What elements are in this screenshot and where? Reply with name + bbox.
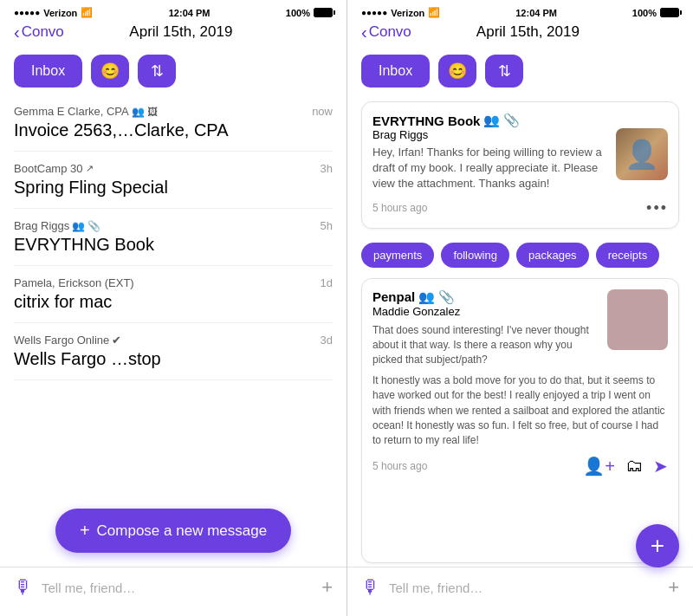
status-left: ●●●●● Verizon 📶 [14,7,93,18]
subject-label: Invoice 2563,…Clarke, CPA [14,120,333,140]
people-icon: 👥 [132,106,145,118]
evrythng-more-icon[interactable]: ••• [646,199,668,217]
evrythng-time: 5 hours ago [372,202,427,214]
people-icon: 👥 [72,220,85,232]
tell-me-placeholder[interactable]: Tell me, friend… [42,580,313,595]
penpal-thumbnail [607,289,668,350]
attach-icon: 📎 [87,220,100,232]
time-label: 3h [321,162,333,175]
compose-button[interactable]: + Compose a new message [55,509,291,553]
time-label: 1d [321,276,333,289]
time-label: now [312,105,333,118]
compose-plus-icon: + [80,521,90,541]
add-icon-right[interactable]: + [668,576,679,599]
evrythng-title: EVRYTHNG Book 👥 📎 [372,113,668,128]
fab-button[interactable]: + [636,524,679,567]
sender-label: Brag Riggs 👥📎 [14,219,100,232]
evrythng-sender: Brag Riggs [372,128,607,141]
add-icon[interactable]: + [321,576,333,599]
filter-tags: payments following packages receipts [347,236,693,275]
back-chevron-icon: ‹ [361,23,367,41]
evrythng-thumbnail: 👤 [616,128,668,180]
bottom-bar-left: 🎙 Tell me, friend… + [0,567,346,616]
penpal-time: 5 hours ago [372,460,427,472]
sort-button-left[interactable]: ⇅ [138,55,176,88]
compose-label: Compose a new message [97,522,268,540]
right-phone: ●●●●● Verizon 📶 12:04 PM 100% ‹ Convo Ap… [346,0,693,616]
list-item[interactable]: BootCamp 30 ↗ 3h Spring Fling Special [14,152,333,209]
bottom-bar-right: 🎙 Tell me, friend… + [347,567,693,616]
status-right: 100% [286,8,333,18]
filter-following[interactable]: following [441,243,509,268]
evrythng-body: Brag Riggs Hey, Irfan! Thanks for being … [372,128,668,192]
carrier-label: Verizon [43,8,77,18]
person-silhouette-icon: 👤 [625,138,659,171]
sender-label: BootCamp 30 ↗ [14,162,94,175]
time-label: 12:04 PM [169,8,210,18]
subject-label: EVRYTHNG Book [14,234,333,255]
subject-label: Spring Fling Special [14,177,333,198]
battery-label: 100% [286,8,310,18]
filter-packages[interactable]: packages [516,243,589,268]
penpal-title: Penpal 👥 📎 [372,289,599,305]
message-list: Gemma E Clarke, CPA 👥🖼 now Invoice 2563,… [0,94,346,495]
nav-title-left: April 15th, 2019 [29,23,333,41]
nav-bar-right: ‹ Convo April 15th, 2019 [347,22,693,48]
mic-icon-right[interactable]: 🎙 [361,576,380,599]
time-label: 5h [321,219,333,232]
wifi-icon: 📶 [81,7,93,18]
battery-icon [660,8,679,17]
people-icon: 👥 [483,113,500,128]
evrythng-body-text: Brag Riggs Hey, Irfan! Thanks for being … [372,128,607,192]
send-icon[interactable]: ➤ [653,456,668,477]
nav-bar-left: ‹ Convo April 15th, 2019 [0,22,346,48]
folder-icon[interactable]: 🗂 [625,456,643,476]
status-right-right: 100% [632,8,679,18]
attach-icon: 📎 [438,289,455,305]
penpal-title-text: Penpal [372,289,415,304]
evrythng-preview: Hey, Irfan! Thanks for being willing to … [372,145,607,192]
filter-payments[interactable]: payments [361,243,434,268]
time-label: 12:04 PM [515,8,557,18]
list-item[interactable]: Gemma E Clarke, CPA 👥🖼 now Invoice 2563,… [14,94,333,152]
toolbar-right: Inbox 😊 ⇅ [347,48,693,94]
penpal-preview1: That does sound interesting! I've never … [372,323,599,368]
emoji-button-left[interactable]: 😊 [91,55,129,88]
people-icon: 👥 [418,289,435,305]
wifi-icon: 📶 [428,7,440,18]
signal-icon: ●●●●● [361,8,387,17]
list-item[interactable]: Wells Fargo Online ✔ 3d Wells Fargo …sto… [14,323,333,380]
inbox-button-left[interactable]: Inbox [14,55,82,88]
compose-area: + Compose a new message [0,495,346,567]
battery-label: 100% [632,8,657,18]
penpal-sender: Maddie Gonzalez [372,305,599,318]
tell-me-placeholder-right[interactable]: Tell me, friend… [389,580,659,595]
evrythng-footer: 5 hours ago ••• [372,199,668,217]
sender-label: Gemma E Clarke, CPA 👥🖼 [14,105,158,118]
image-icon: 🖼 [147,106,158,118]
penpal-card[interactable]: Penpal 👥 📎 Maddie Gonzalez That does sou… [361,278,679,563]
inbox-button-right[interactable]: Inbox [361,55,430,88]
emoji-button-right[interactable]: 😊 [438,55,476,88]
sender-label: Wells Fargo Online ✔ [14,334,121,347]
evrythng-title-text: EVRYTHNG Book [372,113,480,128]
sort-button-right[interactable]: ⇅ [485,55,523,88]
left-phone: ●●●●● Verizon 📶 12:04 PM 100% ‹ Convo Ap… [0,0,346,616]
back-chevron-icon: ‹ [14,23,20,41]
status-bar-left: ●●●●● Verizon 📶 12:04 PM 100% [0,0,346,22]
signal-icon: ●●●●● [14,8,40,17]
evrythng-card[interactable]: EVRYTHNG Book 👥 📎 Brag Riggs Hey, Irfan!… [361,101,679,229]
status-bar-right: ●●●●● Verizon 📶 12:04 PM 100% [347,0,693,22]
mic-icon[interactable]: 🎙 [14,576,33,599]
list-item[interactable]: Pamela, Erickson (EXT) 1d citrix for mac [14,266,333,323]
subject-label: Wells Fargo …stop [14,348,333,369]
subject-label: citrix for mac [14,291,333,312]
penpal-preview2: It honestly was a bold move for you to d… [372,373,668,449]
penpal-footer: 5 hours ago 👤+ 🗂 ➤ [372,456,668,477]
filter-receipts[interactable]: receipts [596,243,660,268]
nav-title-right: April 15th, 2019 [377,23,679,41]
attach-icon: 📎 [503,113,520,128]
list-item[interactable]: Brag Riggs 👥📎 5h EVRYTHNG Book [14,209,333,266]
toolbar-left: Inbox 😊 ⇅ [0,48,346,94]
add-person-icon[interactable]: 👤+ [583,456,615,477]
